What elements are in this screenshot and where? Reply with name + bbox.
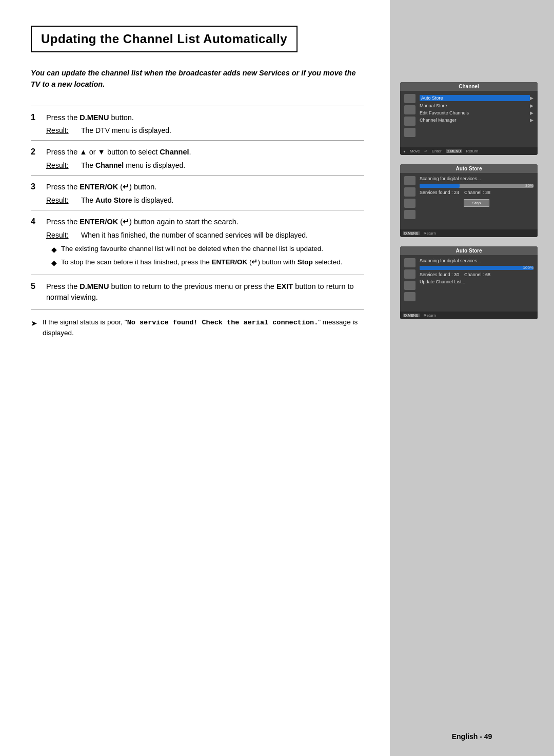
step-4-result: Result: When it has finished, the number…	[46, 230, 364, 241]
menu-arrow-4: ▶	[530, 118, 533, 123]
bullet-2: ◆ To stop the scan before it has finishe…	[51, 257, 364, 268]
tv-screen-1-header: Channel	[400, 82, 538, 91]
step-5-main: Press the D.MENU button to return to the…	[46, 281, 364, 304]
step-4-content: Press the ENTER/OK (↵) button again to s…	[46, 217, 364, 270]
tv-screen-2-icons	[404, 176, 416, 219]
progress-bar-1: 35%	[420, 184, 533, 188]
nav-dmenu-icon: D.MENU	[446, 149, 462, 153]
tv-screen-3-icons	[404, 258, 416, 301]
menu-item-autostore: Auto Store	[420, 95, 530, 101]
tv3-icon-3	[404, 281, 416, 290]
tv-screen-autostore1: Auto Store Scanning for digital services…	[400, 164, 538, 237]
step-2-result-text: The Channel menu is displayed.	[81, 160, 185, 171]
scan-services-1: Services found : 24 Channel : 38	[420, 190, 533, 195]
nav2-return-label: Return	[424, 231, 436, 236]
tv-screen-2-body: Scanning for digital services... 35% Ser…	[400, 173, 538, 229]
intro-text: You can update the channel list when the…	[31, 68, 364, 90]
step-1-number: 1	[31, 113, 46, 137]
tv-screens-container: Channel Auto Store ▶ Manual Store ▶	[400, 82, 544, 319]
bullet-1-icon: ◆	[51, 244, 57, 255]
stop-button[interactable]: Stop	[464, 199, 489, 207]
menu-item-channelmgr: Channel Manager	[420, 118, 530, 123]
nav-return-label: Return	[466, 149, 478, 153]
tv2-icon-2	[404, 187, 416, 197]
tv-screen-2-scan: Scanning for digital services... 35% Ser…	[420, 176, 533, 209]
progress-fill-1	[420, 184, 460, 188]
step-4-bullets: ◆ The existing favourite channel list wi…	[51, 244, 364, 268]
menu-item-manualstore: Manual Store	[420, 103, 530, 108]
bullet-2-icon: ◆	[51, 258, 57, 268]
menu-row-channelmgr: Channel Manager ▶	[420, 117, 533, 124]
step-5: 5 Press the D.MENU button to return to t…	[31, 275, 364, 311]
tip-section: ➤ If the signal status is poor, "No serv…	[31, 317, 364, 339]
menu-row-manualstore: Manual Store ▶	[420, 102, 533, 109]
step-3-main: Press the ENTER/OK (↵) button.	[46, 182, 364, 193]
progress-fill-2	[420, 266, 533, 270]
nav2-dmenu-icon: D.MENU	[403, 231, 420, 235]
nav-enter-icon: ↵	[424, 149, 428, 153]
channel-info-1: Channel : 38	[464, 190, 490, 195]
step-4-result-label: Result:	[46, 230, 77, 241]
step-4-number: 4	[31, 217, 46, 270]
step-4-main: Press the ENTER/OK (↵) button again to s…	[46, 217, 364, 228]
page-title: Updating the Channel List Automatically	[41, 32, 287, 46]
step-5-content: Press the D.MENU button to return to the…	[46, 281, 364, 306]
step-1-main: Press the D.MENU button.	[46, 112, 364, 124]
nav-move-icon: ⬥	[403, 149, 406, 153]
step-2-result-label: Result:	[46, 160, 77, 171]
tv-screen-3-nav: D.MENU Return	[400, 312, 538, 319]
tip-text: If the signal status is poor, "No servic…	[43, 317, 364, 339]
tv-screen-3-header: Auto Store	[400, 246, 538, 255]
menu-item-editfav: Edit Favourite Channels	[420, 110, 530, 115]
tv-icon-2	[404, 105, 416, 114]
tv-screen-1-body: Auto Store ▶ Manual Store ▶ Edit Favouri…	[400, 91, 538, 147]
page-footer: English - 49	[390, 732, 554, 741]
tv2-icon-1	[404, 176, 416, 185]
bullet-1: ◆ The existing favourite channel list wi…	[51, 244, 364, 255]
step-1-result-label: Result:	[46, 125, 77, 136]
menu-arrow-2: ▶	[530, 103, 533, 108]
step-3-result: Result: The Auto Store is displayed.	[46, 195, 364, 206]
tv3-icon-4	[404, 292, 416, 301]
scan-services-2: Services found : 30 Channel : 68	[420, 272, 533, 277]
tv-screen-2-content: Scanning for digital services... 35% Ser…	[404, 176, 533, 219]
step-3-number: 3	[31, 182, 46, 206]
tv3-icon-2	[404, 269, 416, 279]
menu-row-autostore: Auto Store ▶	[420, 94, 533, 102]
step-5-number: 5	[31, 282, 46, 306]
step-1: 1 Press the D.MENU button. Result: The D…	[31, 106, 364, 141]
nav-enter-label: Enter	[432, 149, 442, 153]
step-2-content: Press the ▲ or ▼ button to select Channe…	[46, 147, 364, 171]
steps-container: 1 Press the D.MENU button. Result: The D…	[31, 106, 364, 311]
step-3-result-text: The Auto Store is displayed.	[81, 195, 174, 206]
tv-screen-2-header: Auto Store	[400, 164, 538, 173]
tip-arrow-icon: ➤	[31, 318, 37, 329]
progress-label-2: 100%	[523, 265, 533, 270]
tv3-icon-1	[404, 258, 416, 267]
step-4: 4 Press the ENTER/OK (↵) button again to…	[31, 210, 364, 275]
nav3-dmenu-icon: D.MENU	[403, 314, 420, 317]
tv-screen-autostore2: Auto Store Scanning for digital services…	[400, 246, 538, 319]
step-2-number: 2	[31, 147, 46, 171]
nav-move-label: Move	[410, 149, 420, 153]
progress-bar-2: 100%	[420, 266, 533, 270]
step-2: 2 Press the ▲ or ▼ button to select Chan…	[31, 140, 364, 175]
scan-text-1: Scanning for digital services...	[420, 176, 533, 181]
tv-screen-channel: Channel Auto Store ▶ Manual Store ▶	[400, 82, 538, 155]
bullet-1-text: The existing favourite channel list will…	[61, 244, 323, 254]
tv2-icon-4	[404, 210, 416, 219]
scan-text-2: Scanning for digital services...	[420, 258, 533, 263]
page-title-box: Updating the Channel List Automatically	[31, 26, 298, 52]
step-3: 3 Press the ENTER/OK (↵) button. Result:…	[31, 175, 364, 210]
services-found-1: Services found : 24	[420, 190, 459, 195]
tv-icon-3	[404, 117, 416, 126]
tv-screen-3-content: Scanning for digital services... 100% Se…	[404, 258, 533, 301]
step-1-content: Press the D.MENU button. Result: The DTV…	[46, 112, 364, 137]
step-1-result: Result: The DTV menu is displayed.	[46, 125, 364, 136]
step-2-main: Press the ▲ or ▼ button to select Channe…	[46, 147, 364, 158]
tv-icon-1	[404, 94, 416, 103]
update-channel-text: Update Channel List...	[420, 279, 533, 284]
tv-screen-3-scan: Scanning for digital services... 100% Se…	[420, 258, 533, 284]
menu-arrow-3: ▶	[530, 110, 533, 115]
step-2-result: Result: The Channel menu is displayed.	[46, 160, 364, 171]
